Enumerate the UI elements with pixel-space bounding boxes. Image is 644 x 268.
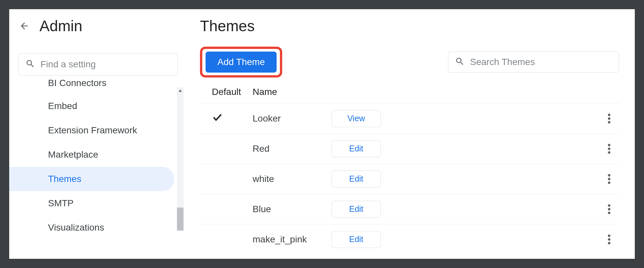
cell-action: Edit [332, 201, 397, 218]
kebab-icon[interactable] [599, 172, 619, 186]
main-content: Themes Add Theme Default Name LookerView… [187, 9, 635, 259]
find-setting-input[interactable] [40, 59, 171, 70]
sidebar-item-bi-connectors[interactable]: BI Connectors [9, 79, 174, 94]
svg-point-14 [608, 242, 610, 244]
scroll-up-icon[interactable] [177, 87, 184, 94]
svg-point-9 [608, 204, 610, 207]
cell-action: Edit [332, 231, 397, 248]
add-theme-highlight: Add Theme [200, 47, 282, 78]
sidebar-item-label: BI Connectors [48, 79, 106, 87]
search-themes-box[interactable] [448, 52, 619, 73]
edit-button[interactable]: Edit [332, 201, 381, 218]
cell-default [200, 112, 253, 125]
sidebar-header: Admin [9, 17, 187, 35]
cell-name: Blue [253, 204, 332, 214]
cell-name: Looker [253, 113, 332, 124]
cell-action: Edit [332, 140, 397, 157]
action-row: Add Theme [200, 47, 619, 78]
sidebar-nav-scroll: BI ConnectorsEmbedExtension FrameworkMar… [9, 79, 184, 231]
page-title: Themes [200, 17, 619, 35]
sidebar-nav-list: BI ConnectorsEmbedExtension FrameworkMar… [9, 79, 184, 231]
kebab-icon[interactable] [599, 203, 619, 216]
sidebar: Admin BI ConnectorsEmbedExtension Framew… [9, 9, 187, 259]
svg-point-10 [608, 208, 610, 211]
back-arrow-icon[interactable] [18, 20, 30, 32]
cell-name: white [253, 174, 332, 184]
svg-point-8 [608, 181, 610, 184]
table-row: LookerView [200, 103, 619, 133]
svg-point-4 [608, 147, 610, 150]
kebab-icon[interactable] [599, 233, 619, 246]
svg-point-13 [608, 238, 610, 241]
scroll-thumb[interactable] [177, 208, 184, 231]
svg-point-2 [608, 121, 610, 123]
svg-point-12 [608, 234, 610, 237]
view-button[interactable]: View [332, 110, 381, 127]
cell-action: Edit [332, 170, 397, 188]
row-menu [599, 112, 619, 125]
svg-point-3 [608, 144, 610, 146]
sidebar-item-label: Marketplace [48, 149, 98, 160]
cell-action: View [332, 110, 397, 127]
svg-point-1 [608, 117, 610, 120]
kebab-icon[interactable] [599, 112, 619, 125]
table-body: LookerViewRedEditwhiteEditBlueEditmake_i… [200, 103, 619, 254]
sidebar-item-visualizations[interactable]: Visualizations [9, 215, 174, 231]
svg-point-6 [608, 174, 610, 177]
svg-point-7 [608, 178, 610, 180]
sidebar-item-embed[interactable]: Embed [9, 94, 174, 118]
table-header: Default Name [200, 87, 619, 103]
kebab-icon[interactable] [599, 142, 619, 155]
table-row: RedEdit [200, 133, 619, 164]
edit-button[interactable]: Edit [332, 140, 381, 157]
search-icon [25, 59, 35, 70]
sidebar-item-marketplace[interactable]: Marketplace [9, 143, 174, 167]
find-setting-search[interactable] [18, 53, 178, 76]
row-menu [599, 172, 619, 186]
sidebar-item-themes[interactable]: Themes [9, 167, 174, 191]
svg-point-0 [608, 114, 610, 116]
col-header-default: Default [200, 87, 253, 97]
table-row: make_it_pinkEdit [200, 224, 619, 254]
sidebar-item-label: SMTP [48, 198, 74, 209]
edit-button[interactable]: Edit [332, 170, 381, 188]
sidebar-item-label: Themes [48, 174, 81, 184]
row-menu [599, 203, 619, 216]
sidebar-item-smtp[interactable]: SMTP [9, 191, 174, 215]
admin-window: Admin BI ConnectorsEmbedExtension Framew… [9, 9, 635, 259]
add-theme-button[interactable]: Add Theme [206, 52, 277, 73]
sidebar-title: Admin [39, 17, 82, 35]
table-row: BlueEdit [200, 194, 619, 224]
svg-point-11 [608, 212, 610, 214]
search-icon [455, 56, 465, 68]
scrollbar[interactable] [177, 87, 184, 231]
sidebar-item-label: Visualizations [48, 222, 104, 231]
row-menu [599, 142, 619, 155]
svg-point-5 [608, 151, 610, 154]
edit-button[interactable]: Edit [332, 231, 381, 248]
sidebar-item-label: Embed [48, 101, 77, 111]
sidebar-item-label: Extension Framework [48, 125, 137, 136]
col-header-name: Name [253, 87, 332, 97]
cell-name: Red [253, 144, 332, 154]
cell-name: make_it_pink [253, 234, 332, 245]
check-icon [212, 115, 223, 125]
row-menu [599, 233, 619, 246]
table-row: whiteEdit [200, 164, 619, 194]
sidebar-item-extension-framework[interactable]: Extension Framework [9, 118, 174, 143]
search-themes-input[interactable] [470, 57, 612, 67]
themes-table: Default Name LookerViewRedEditwhiteEditB… [200, 87, 619, 254]
